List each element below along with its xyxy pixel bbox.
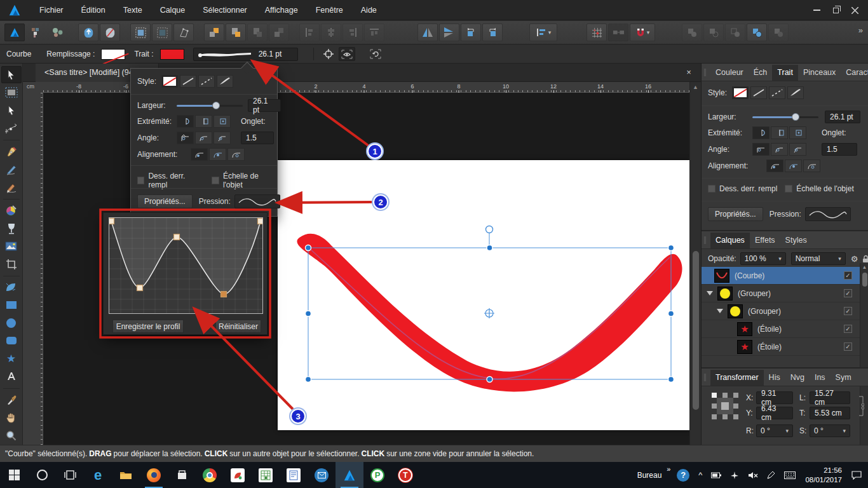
pressure-profile-editor[interactable]	[109, 217, 263, 314]
draw-behind-checkbox[interactable]	[708, 185, 715, 193]
join-round-button[interactable]	[195, 132, 212, 144]
cortana-button[interactable]	[28, 462, 56, 488]
rotation-centre-button[interactable]	[320, 47, 337, 61]
draw-behind-checkbox[interactable]	[137, 177, 144, 184]
miter-field[interactable]: 1.5	[822, 143, 857, 156]
tab-sym[interactable]: Sym	[831, 370, 857, 386]
desktop-toolbar[interactable]: Bureau»	[637, 471, 662, 480]
rectangle-tool[interactable]	[1, 297, 22, 314]
cap-butt-button[interactable]	[195, 115, 212, 128]
affinity-designer-button[interactable]	[336, 462, 363, 488]
writer-app-button[interactable]	[280, 462, 308, 488]
marquee-grid2-button[interactable]	[152, 24, 172, 41]
layer-row-grouper-2[interactable]: (Grouper) ✓	[702, 302, 860, 320]
fill-gradient-tool[interactable]	[1, 202, 22, 219]
join-bevel-button[interactable]	[214, 132, 231, 144]
transform-mesh-button[interactable]	[173, 24, 194, 41]
zoom-tool[interactable]	[1, 427, 22, 444]
hide-selection-button[interactable]	[339, 47, 355, 61]
menu-fenetre[interactable]: Fenêtre	[307, 0, 352, 20]
pencil-tool[interactable]	[1, 161, 22, 178]
align-top-button[interactable]	[364, 24, 384, 41]
layer-visibility-checkbox[interactable]: ✓	[844, 307, 852, 315]
menu-edition[interactable]: Édition	[72, 0, 114, 20]
stroke-style-solid-button[interactable]	[750, 86, 767, 99]
tab-calques[interactable]: Calques	[710, 233, 750, 248]
calc-app-button[interactable]	[252, 462, 280, 488]
fill-swatch[interactable]	[101, 49, 125, 60]
menu-calque[interactable]: Calque	[151, 0, 194, 20]
scroll-up-icon[interactable]: ▲	[860, 264, 868, 270]
stroke-width-slider[interactable]	[752, 112, 818, 121]
scale-object-checkbox[interactable]	[785, 185, 792, 193]
y-field[interactable]: 6.43 cm	[756, 407, 793, 419]
scrollbar-thumb[interactable]	[693, 251, 699, 410]
crop-tool[interactable]	[1, 255, 22, 273]
move-tool[interactable]	[1, 66, 22, 83]
tab-transformer[interactable]: Transformer	[710, 370, 764, 386]
file-explorer-button[interactable]	[112, 462, 140, 488]
save-profile-button[interactable]: Enregistrer le profil	[112, 320, 184, 333]
toolbar-expand-icon[interactable]: »	[667, 465, 670, 473]
pdf-app-button[interactable]	[224, 462, 252, 488]
flip-horizontal-button[interactable]	[417, 24, 438, 41]
action-center-icon[interactable]	[851, 471, 862, 480]
stroke-style-brush-button[interactable]	[787, 86, 804, 99]
scale-object-checkbox[interactable]	[212, 177, 219, 184]
h-field[interactable]: 5.53 cm	[810, 407, 850, 419]
rotation-dropdown[interactable]: 0 °▾	[756, 424, 793, 437]
align-centre-button[interactable]	[766, 159, 783, 172]
stroke-style-none-button[interactable]	[732, 86, 749, 99]
rotate-ccw-button[interactable]	[461, 24, 481, 41]
tab-caractere[interactable]: Caractère	[841, 65, 868, 81]
designer-persona-button[interactable]	[4, 24, 25, 41]
snapping-magnet-button[interactable]: ▾	[630, 24, 655, 41]
stroke-style-dash-button[interactable]	[198, 75, 215, 88]
properties-button[interactable]: Propriétés...	[137, 194, 193, 208]
cap-round-button[interactable]	[177, 115, 194, 128]
stroke-style-brush-button[interactable]	[217, 75, 233, 88]
place-image-tool[interactable]	[1, 238, 22, 255]
miter-field[interactable]: 1.5	[241, 132, 274, 144]
rounded-rectangle-tool[interactable]	[1, 332, 22, 349]
pressure-preview-button[interactable]	[805, 207, 851, 221]
layer-row-courbe[interactable]: (Courbe) ✓	[702, 267, 860, 285]
move-to-front-button[interactable]	[204, 24, 224, 41]
blend-mode-dropdown[interactable]: Normal▾	[791, 252, 846, 265]
firefox-button[interactable]	[140, 462, 168, 488]
airplane-mode-tray-icon[interactable]	[730, 471, 739, 480]
pen-tool[interactable]	[1, 143, 22, 160]
insert-inside-button[interactable]	[100, 24, 120, 41]
stroke-style-none-button[interactable]	[161, 75, 178, 88]
align-left-button[interactable]	[299, 24, 320, 41]
snap-options-button[interactable]	[608, 24, 628, 41]
keyboard-tray-icon[interactable]	[784, 471, 796, 479]
move-forward-button[interactable]	[226, 24, 246, 41]
layer-row-etoile-1[interactable]: ★ (Étoile) ✓	[702, 320, 860, 338]
tab-his[interactable]: His	[764, 370, 785, 386]
x-field[interactable]: 9.31 cm	[756, 391, 793, 404]
export-persona-button[interactable]	[48, 24, 68, 41]
t-app-button[interactable]: T	[391, 462, 419, 488]
shear-dropdown[interactable]: 0 °▾	[810, 424, 850, 437]
menu-aide[interactable]: Aide	[352, 0, 386, 20]
w-field[interactable]: 15.27 cm	[810, 391, 850, 404]
pen-tray-icon[interactable]	[767, 471, 775, 479]
align-centre-button[interactable]	[191, 148, 208, 161]
view-tool[interactable]	[1, 409, 22, 426]
menu-texte[interactable]: Texte	[114, 0, 151, 20]
cap-round-button[interactable]	[752, 126, 770, 139]
align-right-button[interactable]	[342, 24, 363, 41]
stroke-style-dash-button[interactable]	[769, 86, 785, 99]
help-tray-icon[interactable]: ?	[677, 469, 689, 482]
stroke-width-field[interactable]: 26.1 pt	[825, 111, 860, 123]
flip-vertical-button[interactable]	[439, 24, 459, 41]
stroke-style-solid-button[interactable]	[180, 75, 196, 88]
lock-icon[interactable]	[862, 255, 868, 263]
layer-visibility-checkbox[interactable]: ✓	[844, 325, 852, 333]
stroke-swatch[interactable]	[160, 49, 184, 60]
rotate-cw-button[interactable]	[482, 24, 503, 41]
stroke-width-slider[interactable]	[177, 101, 243, 110]
cap-square-button[interactable]	[789, 126, 806, 139]
store-button[interactable]	[168, 462, 196, 488]
